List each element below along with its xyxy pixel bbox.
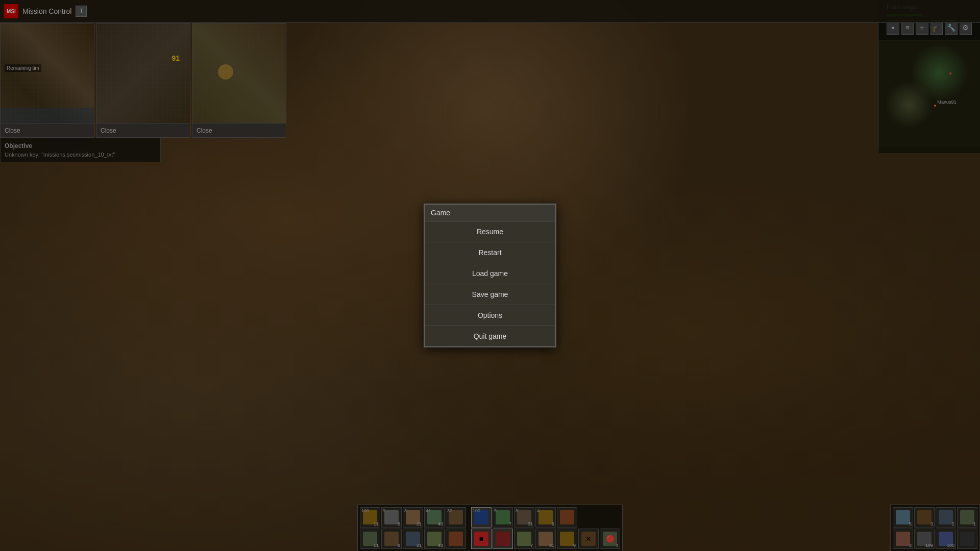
resume-button[interactable]: Resume <box>425 221 555 242</box>
restart-button[interactable]: Restart <box>425 242 555 263</box>
quit-game-button[interactable]: Quit game <box>425 326 555 346</box>
game-menu-dialog: Game Resume Restart Load game Save game … <box>424 204 556 347</box>
save-game-button[interactable]: Save game <box>425 284 555 305</box>
game-menu-title: Game <box>425 205 555 221</box>
options-button[interactable]: Options <box>425 305 555 326</box>
load-game-button[interactable]: Load game <box>425 263 555 284</box>
game-menu-overlay: Game Resume Restart Load game Save game … <box>0 0 980 551</box>
